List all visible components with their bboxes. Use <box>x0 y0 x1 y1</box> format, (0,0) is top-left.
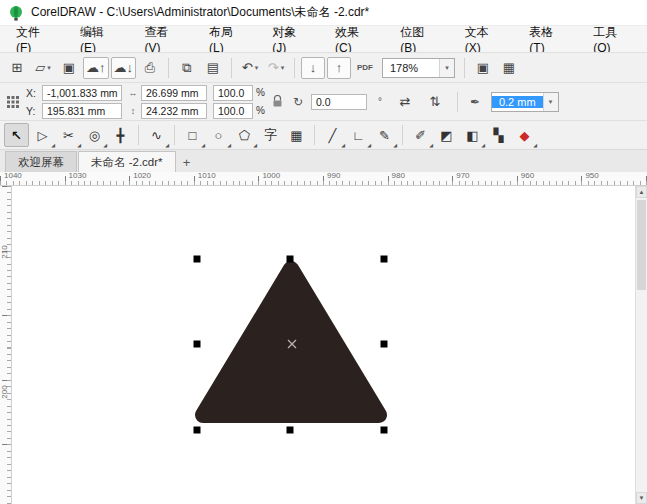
flyout-indicator-icon: ◢ <box>481 142 485 148</box>
transparency-icon: ▚ <box>494 128 504 143</box>
outline-width-value[interactable]: 0.2 mm <box>492 96 543 108</box>
y-position-field[interactable]: 195.831 mm <box>42 103 122 119</box>
chevron-down-icon[interactable]: ▾ <box>543 93 558 111</box>
connector-tool[interactable]: ∟◢ <box>346 123 371 147</box>
zoom-level-combo[interactable]: 178%▾ <box>382 58 455 78</box>
print-button[interactable]: ⎙ <box>138 57 162 79</box>
export-button[interactable]: ↑ <box>327 57 351 79</box>
chevron-down-icon[interactable]: ▾ <box>439 59 454 77</box>
scroll-up-button[interactable]: ▲ <box>636 186 647 198</box>
smart-fill-icon: ◩ <box>440 128 452 143</box>
new-document-button[interactable]: ⊞ <box>5 57 29 79</box>
copy-button[interactable]: ⧉ <box>175 57 199 79</box>
smart-fill-tool[interactable]: ◩ <box>434 123 459 147</box>
property-bar: X: -1,001.833 mm Y: 195.831 mm ↔ 26.699 … <box>0 82 647 120</box>
object-position-grid-icon[interactable] <box>6 96 20 108</box>
ruler-label: 1000 <box>262 172 280 180</box>
toolbox-separator <box>314 125 315 145</box>
selection-handle[interactable] <box>381 427 388 434</box>
scroll-down-button[interactable]: ▼ <box>636 492 647 504</box>
x-position-field[interactable]: -1,001.833 mm <box>42 85 122 101</box>
selection-handle[interactable] <box>194 427 201 434</box>
menu-item-object[interactable]: 对象(J) <box>258 26 321 52</box>
document-tabbar: 欢迎屏幕未命名 -2.cdr*+ <box>0 150 647 172</box>
undo-button[interactable]: ↶▾ <box>238 57 262 79</box>
lock-ratio-button[interactable] <box>271 95 285 108</box>
transparency-tool[interactable]: ▚ <box>486 123 511 147</box>
pan-tool[interactable]: ╋ <box>108 123 133 147</box>
rectangle-tool[interactable]: □◢ <box>180 123 205 147</box>
bezier-pen-tool[interactable]: ✎◢ <box>372 123 397 147</box>
coreldraw-window: CorelDRAW - C:\Users\Administrator\Docum… <box>0 0 647 504</box>
open-from-cloud-button[interactable]: ☁↓ <box>111 57 137 79</box>
object-width-field[interactable]: 26.699 mm <box>141 85 207 101</box>
redo-button[interactable]: ↷▾ <box>264 57 288 79</box>
eyedropper-tool[interactable]: ✐◢ <box>408 123 433 147</box>
flyout-indicator-icon: ◢ <box>367 142 371 148</box>
menu-item-tools[interactable]: 工具(O) <box>579 26 645 52</box>
text-tool[interactable]: 字 <box>258 123 283 147</box>
selection-handle[interactable] <box>194 341 201 348</box>
rotation-angle-field[interactable]: 0.0 <box>311 94 367 110</box>
import-button[interactable]: ↓ <box>301 57 325 79</box>
horizontal-ruler[interactable]: 10401030102010101000990980970960950 <box>0 172 647 186</box>
menu-item-edit[interactable]: 编辑(E) <box>66 26 131 52</box>
zoom-tool[interactable]: ◎◢ <box>82 123 107 147</box>
mirror-vertical-button[interactable]: ⇅ <box>423 91 447 113</box>
scale-y-field[interactable]: 100.0 <box>213 103 253 119</box>
selection-handle[interactable] <box>194 256 201 263</box>
table-tool[interactable]: ▦ <box>284 123 309 147</box>
selection-handle[interactable] <box>287 256 294 263</box>
object-width-value: 26.699 mm <box>146 87 199 99</box>
tab-untitled-2[interactable]: 未命名 -2.cdr* <box>78 151 176 172</box>
dimension-tool[interactable]: ╱◢ <box>320 123 345 147</box>
y-label: Y: <box>26 105 39 117</box>
shape-tool[interactable]: ▷◢ <box>30 123 55 147</box>
object-height-field[interactable]: 24.232 mm <box>141 103 207 119</box>
vertical-ruler[interactable]: 210200 <box>0 186 12 504</box>
ellipse-tool[interactable]: ○◢ <box>206 123 231 147</box>
scrollbar-thumb[interactable] <box>637 200 646 290</box>
outline-width-combo[interactable]: 0.2 mm ▾ <box>491 92 559 112</box>
menu-item-text[interactable]: 文本(X) <box>451 26 516 52</box>
scale-x-field[interactable]: 100.0 <box>213 85 253 101</box>
save-to-cloud-button[interactable]: ☁↑ <box>83 57 109 79</box>
flyout-indicator-icon: ◢ <box>429 142 433 148</box>
menu-item-table[interactable]: 表格(T) <box>515 26 579 52</box>
ruler-label: 950 <box>585 172 598 180</box>
tab-welcome-screen[interactable]: 欢迎屏幕 <box>5 151 77 172</box>
vertical-scrollbar[interactable]: ▲ ▼ <box>635 186 647 504</box>
new-tab-button[interactable]: + <box>177 152 197 172</box>
show-rulers-button[interactable]: ▦ <box>497 57 521 79</box>
mirror-horizontal-button[interactable]: ⇄ <box>393 91 417 113</box>
selection-handle[interactable] <box>287 427 294 434</box>
paste-button[interactable]: ▤ <box>201 57 225 79</box>
mirror-horizontal-icon: ⇄ <box>399 95 410 108</box>
drawing-canvas[interactable] <box>12 186 635 504</box>
pdf-button[interactable]: PDF <box>353 57 377 79</box>
freehand-tool[interactable]: ∿◢ <box>144 123 169 147</box>
crop-tool[interactable]: ✂◢ <box>56 123 81 147</box>
menu-item-effects[interactable]: 效果(C) <box>321 26 386 52</box>
triangle-shape[interactable] <box>203 269 379 415</box>
interactive-fill-tool[interactable]: ◧◢ <box>460 123 485 147</box>
rotation-angle-value: 0.0 <box>316 96 331 108</box>
menu-item-view[interactable]: 查看(V) <box>130 26 195 52</box>
menu-item-file[interactable]: 文件(F) <box>2 26 66 52</box>
menu-item-bitmaps[interactable]: 位图(B) <box>386 26 451 52</box>
outline-pen-tool[interactable]: ◆◢ <box>512 123 537 147</box>
open-document-button[interactable]: ▱▾ <box>31 57 55 79</box>
selection-handle[interactable] <box>381 341 388 348</box>
crop-icon: ✂ <box>63 128 74 143</box>
title-bar: CorelDRAW - C:\Users\Administrator\Docum… <box>0 0 647 26</box>
polygon-tool[interactable]: ⬠◢ <box>232 123 257 147</box>
save-button[interactable]: ▣ <box>57 57 81 79</box>
selection-handle[interactable] <box>381 256 388 263</box>
pick-tool[interactable]: ↖ <box>4 123 29 147</box>
export-icon: ↑ <box>336 61 343 74</box>
menu-item-layout[interactable]: 布局(L) <box>195 26 258 52</box>
x-position-value: -1,001.833 mm <box>47 87 118 99</box>
fullscreen-preview-button[interactable]: ▣ <box>471 57 495 79</box>
flyout-indicator-icon: ◢ <box>341 142 345 148</box>
scrollbar-track[interactable] <box>636 292 647 492</box>
